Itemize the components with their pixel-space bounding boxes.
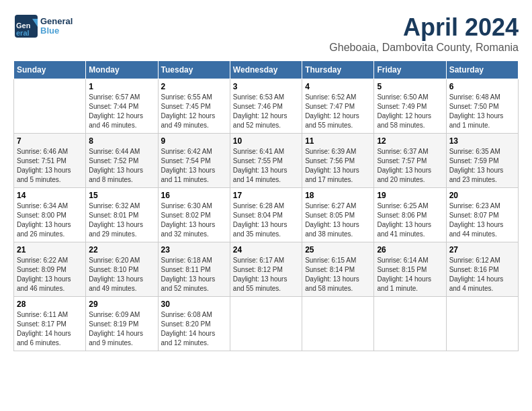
day-number: 27 — [449, 245, 515, 255]
day-info: Sunrise: 6:30 AM Sunset: 8:02 PM Dayligh… — [161, 201, 227, 239]
day-number: 23 — [161, 245, 227, 255]
logo: Gen eral General Blue — [13, 13, 73, 39]
day-info: Sunrise: 6:17 AM Sunset: 8:12 PM Dayligh… — [233, 256, 299, 293]
day-info: Sunrise: 6:32 AM Sunset: 8:01 PM Dayligh… — [89, 201, 154, 239]
day-number: 24 — [233, 245, 299, 255]
calendar-cell: 20Sunrise: 6:23 AM Sunset: 8:07 PM Dayli… — [446, 188, 518, 242]
calendar-week-row: 14Sunrise: 6:34 AM Sunset: 8:00 PM Dayli… — [14, 188, 519, 242]
weekday-header: Thursday — [302, 61, 374, 79]
calendar-cell: 9Sunrise: 6:42 AM Sunset: 7:54 PM Daylig… — [158, 134, 230, 188]
calendar-cell: 10Sunrise: 6:41 AM Sunset: 7:55 PM Dayli… — [230, 134, 302, 188]
day-number: 1 — [89, 82, 154, 91]
title-section: April 2024 Gheboaia, Dambovita County, R… — [329, 13, 519, 54]
page-title: April 2024 — [329, 13, 519, 42]
day-info: Sunrise: 6:46 AM Sunset: 7:51 PM Dayligh… — [17, 147, 83, 185]
day-number: 30 — [161, 300, 227, 309]
day-number: 17 — [233, 191, 299, 200]
day-number: 12 — [377, 136, 443, 146]
calendar-cell: 30Sunrise: 6:08 AM Sunset: 8:20 PM Dayli… — [158, 297, 230, 351]
day-info: Sunrise: 6:11 AM Sunset: 8:17 PM Dayligh… — [17, 310, 83, 348]
day-number: 19 — [377, 191, 443, 200]
calendar-cell: 28Sunrise: 6:11 AM Sunset: 8:17 PM Dayli… — [14, 297, 86, 351]
day-info: Sunrise: 6:48 AM Sunset: 7:50 PM Dayligh… — [449, 93, 515, 130]
day-number: 26 — [377, 245, 443, 255]
day-info: Sunrise: 6:25 AM Sunset: 8:06 PM Dayligh… — [377, 201, 443, 239]
page-header: Gen eral General Blue April 2024 Gheboai… — [13, 13, 519, 54]
day-number: 11 — [305, 136, 371, 146]
calendar-cell: 11Sunrise: 6:39 AM Sunset: 7:56 PM Dayli… — [302, 134, 374, 188]
day-number: 4 — [305, 82, 371, 91]
day-number: 6 — [449, 82, 515, 91]
day-info: Sunrise: 6:34 AM Sunset: 8:00 PM Dayligh… — [17, 201, 83, 239]
calendar-week-row: 28Sunrise: 6:11 AM Sunset: 8:17 PM Dayli… — [14, 297, 519, 351]
page-subtitle: Gheboaia, Dambovita County, Romania — [329, 42, 519, 54]
logo-blue: Blue — [40, 26, 73, 36]
weekday-header: Wednesday — [230, 61, 302, 79]
day-number: 15 — [89, 191, 154, 200]
calendar-table: SundayMondayTuesdayWednesdayThursdayFrid… — [13, 60, 519, 351]
day-info: Sunrise: 6:12 AM Sunset: 8:16 PM Dayligh… — [449, 256, 515, 293]
day-info: Sunrise: 6:35 AM Sunset: 7:59 PM Dayligh… — [449, 147, 515, 185]
day-number: 25 — [305, 245, 371, 255]
calendar-cell: 24Sunrise: 6:17 AM Sunset: 8:12 PM Dayli… — [230, 242, 302, 297]
calendar-cell: 8Sunrise: 6:44 AM Sunset: 7:52 PM Daylig… — [86, 134, 158, 188]
svg-text:eral: eral — [16, 29, 30, 37]
day-number: 13 — [449, 136, 515, 146]
calendar-cell: 19Sunrise: 6:25 AM Sunset: 8:06 PM Dayli… — [374, 188, 446, 242]
calendar-cell: 7Sunrise: 6:46 AM Sunset: 7:51 PM Daylig… — [14, 134, 86, 188]
day-info: Sunrise: 6:08 AM Sunset: 8:20 PM Dayligh… — [161, 310, 227, 348]
day-number: 14 — [17, 191, 83, 200]
day-info: Sunrise: 6:53 AM Sunset: 7:46 PM Dayligh… — [233, 93, 299, 130]
calendar-cell: 5Sunrise: 6:50 AM Sunset: 7:49 PM Daylig… — [374, 79, 446, 134]
day-info: Sunrise: 6:22 AM Sunset: 8:09 PM Dayligh… — [17, 256, 83, 293]
calendar-cell — [302, 297, 374, 351]
calendar-cell: 2Sunrise: 6:55 AM Sunset: 7:45 PM Daylig… — [158, 79, 230, 134]
calendar-week-row: 21Sunrise: 6:22 AM Sunset: 8:09 PM Dayli… — [14, 242, 519, 297]
calendar-cell: 16Sunrise: 6:30 AM Sunset: 8:02 PM Dayli… — [158, 188, 230, 242]
day-info: Sunrise: 6:39 AM Sunset: 7:56 PM Dayligh… — [305, 147, 371, 185]
day-info: Sunrise: 6:37 AM Sunset: 7:57 PM Dayligh… — [377, 147, 443, 185]
calendar-cell: 15Sunrise: 6:32 AM Sunset: 8:01 PM Dayli… — [86, 188, 158, 242]
calendar-cell: 23Sunrise: 6:18 AM Sunset: 8:11 PM Dayli… — [158, 242, 230, 297]
calendar-cell — [230, 297, 302, 351]
day-info: Sunrise: 6:20 AM Sunset: 8:10 PM Dayligh… — [89, 256, 154, 293]
day-info: Sunrise: 6:28 AM Sunset: 8:04 PM Dayligh… — [233, 201, 299, 239]
day-number: 18 — [305, 191, 371, 200]
calendar-cell — [374, 297, 446, 351]
calendar-cell: 29Sunrise: 6:09 AM Sunset: 8:19 PM Dayli… — [86, 297, 158, 351]
day-info: Sunrise: 6:42 AM Sunset: 7:54 PM Dayligh… — [161, 147, 227, 185]
day-number: 7 — [17, 136, 83, 146]
day-info: Sunrise: 6:57 AM Sunset: 7:44 PM Dayligh… — [89, 93, 154, 130]
calendar-week-row: 1Sunrise: 6:57 AM Sunset: 7:44 PM Daylig… — [14, 79, 519, 134]
calendar-cell: 1Sunrise: 6:57 AM Sunset: 7:44 PM Daylig… — [86, 79, 158, 134]
day-number: 10 — [233, 136, 299, 146]
calendar-cell: 18Sunrise: 6:27 AM Sunset: 8:05 PM Dayli… — [302, 188, 374, 242]
weekday-header: Tuesday — [158, 61, 230, 79]
calendar-cell — [446, 297, 518, 351]
calendar-cell: 14Sunrise: 6:34 AM Sunset: 8:00 PM Dayli… — [14, 188, 86, 242]
logo-icon: Gen eral — [13, 13, 39, 39]
day-info: Sunrise: 6:23 AM Sunset: 8:07 PM Dayligh… — [449, 201, 515, 239]
day-number: 9 — [161, 136, 227, 146]
day-number: 3 — [233, 82, 299, 91]
day-number: 5 — [377, 82, 443, 91]
calendar-cell: 17Sunrise: 6:28 AM Sunset: 8:04 PM Dayli… — [230, 188, 302, 242]
day-number: 20 — [449, 191, 515, 200]
calendar-cell: 6Sunrise: 6:48 AM Sunset: 7:50 PM Daylig… — [446, 79, 518, 134]
day-number: 29 — [89, 300, 154, 309]
day-info: Sunrise: 6:18 AM Sunset: 8:11 PM Dayligh… — [161, 256, 227, 293]
calendar-cell: 25Sunrise: 6:15 AM Sunset: 8:14 PM Dayli… — [302, 242, 374, 297]
day-info: Sunrise: 6:44 AM Sunset: 7:52 PM Dayligh… — [89, 147, 154, 185]
calendar-cell: 4Sunrise: 6:52 AM Sunset: 7:47 PM Daylig… — [302, 79, 374, 134]
calendar-cell: 22Sunrise: 6:20 AM Sunset: 8:10 PM Dayli… — [86, 242, 158, 297]
calendar-cell: 26Sunrise: 6:14 AM Sunset: 8:15 PM Dayli… — [374, 242, 446, 297]
day-info: Sunrise: 6:52 AM Sunset: 7:47 PM Dayligh… — [305, 93, 371, 130]
day-number: 16 — [161, 191, 227, 200]
day-number: 22 — [89, 245, 154, 255]
weekday-header: Friday — [374, 61, 446, 79]
day-info: Sunrise: 6:09 AM Sunset: 8:19 PM Dayligh… — [89, 310, 154, 348]
calendar-cell — [14, 79, 86, 134]
weekday-header: Sunday — [14, 61, 86, 79]
calendar-cell: 3Sunrise: 6:53 AM Sunset: 7:46 PM Daylig… — [230, 79, 302, 134]
day-info: Sunrise: 6:14 AM Sunset: 8:15 PM Dayligh… — [377, 256, 443, 293]
